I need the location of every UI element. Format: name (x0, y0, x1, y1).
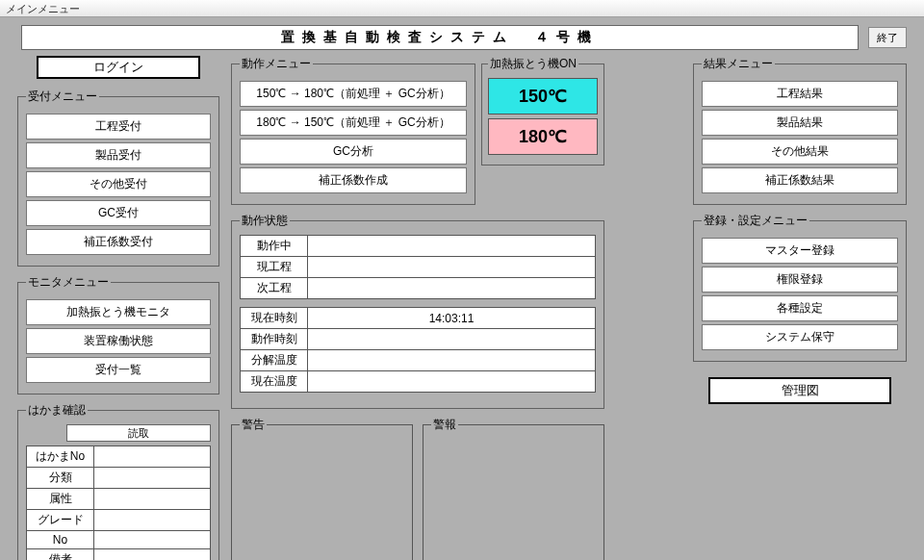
status-row-label: 現在時刻 (241, 308, 308, 329)
results-item-2[interactable]: その他結果 (702, 139, 898, 165)
hakama-legend: はかま確認 (26, 402, 88, 419)
status-row-label: 現工程 (241, 257, 308, 278)
heater-180-button[interactable]: 180℃ (488, 118, 598, 155)
status-row-label: 現在温度 (241, 371, 308, 393)
hakama-row-val (94, 549, 211, 561)
results-item-3[interactable]: 補正係数結果 (702, 167, 898, 193)
operation-legend: 動作メニュー (240, 56, 313, 72)
monitor-item-0[interactable]: 加熱振とう機モニタ (26, 299, 211, 325)
operation-item-1[interactable]: 180℃ → 150℃（前処理 ＋ GC分析） (240, 110, 467, 136)
reception-item-3[interactable]: GC受付 (26, 200, 211, 226)
reception-item-2[interactable]: その他受付 (26, 171, 211, 197)
monitor-item-1[interactable]: 装置稼働状態 (26, 328, 211, 354)
hakama-row-label: はかまNo (27, 446, 94, 468)
status-row-val (308, 350, 596, 371)
status-row-label: 動作時刻 (241, 329, 308, 350)
hakama-row-label: グレード (27, 510, 94, 531)
status-row-label: 分解温度 (241, 350, 308, 371)
warning-panel: 警告 (231, 417, 413, 560)
hakama-table: はかまNo 分類 属性 グレード No 備考 (26, 445, 211, 560)
monitor-legend: モニタメニュー (26, 274, 111, 291)
register-item-2[interactable]: 各種設定 (702, 295, 898, 321)
status-row-label: 次工程 (241, 278, 308, 299)
reception-legend: 受付メニュー (26, 89, 99, 105)
hakama-row-label: 属性 (27, 489, 94, 510)
results-legend: 結果メニュー (702, 56, 775, 72)
results-item-0[interactable]: 工程結果 (702, 81, 898, 107)
reception-menu: 受付メニュー 工程受付 製品受付 その他受付 GC受付 補正係数受付 (17, 89, 219, 267)
window-titlebar: メインメニュー (0, 0, 924, 17)
register-menu: 登録・設定メニュー マスター登録 権限登録 各種設定 システム保守 (693, 213, 907, 362)
hakama-row-val (94, 531, 211, 549)
operation-item-0[interactable]: 150℃ → 180℃（前処理 ＋ GC分析） (240, 81, 467, 107)
hakama-row-val (94, 489, 211, 510)
operation-menu: 動作メニュー 150℃ → 180℃（前処理 ＋ GC分析） 180℃ → 15… (231, 56, 475, 205)
control-chart-button[interactable]: 管理図 (708, 377, 891, 404)
status-row-val (308, 371, 596, 393)
register-item-1[interactable]: 権限登録 (702, 267, 898, 293)
heater-150-button[interactable]: 150℃ (488, 78, 598, 115)
system-title: 置換基自動検査システム ４号機 (21, 25, 859, 50)
warning-legend: 警告 (240, 417, 267, 433)
results-item-1[interactable]: 製品結果 (702, 110, 898, 136)
login-button[interactable]: ログイン (37, 56, 200, 79)
status-table-2: 現在時刻14:03:11 動作時刻 分解温度 現在温度 (240, 307, 596, 393)
hakama-row-val (94, 468, 211, 489)
hakama-read-button[interactable]: 読取 (66, 424, 211, 442)
reception-item-1[interactable]: 製品受付 (26, 142, 211, 168)
register-item-0[interactable]: マスター登録 (702, 238, 898, 264)
status-legend: 動作状態 (240, 213, 290, 229)
reception-item-0[interactable]: 工程受付 (26, 114, 211, 140)
hakama-panel: はかま確認 読取 はかまNo 分類 属性 グレード No 備考 (17, 402, 219, 560)
window-title: メインメニュー (6, 3, 80, 14)
status-table-1: 動作中 現工程 次工程 (240, 235, 596, 299)
workspace: 置換基自動検査システム ４号機 終了 ログイン 受付メニュー 工程受付 製品受付… (0, 17, 924, 560)
status-row-val (308, 236, 596, 257)
exit-button[interactable]: 終了 (868, 27, 907, 48)
results-menu: 結果メニュー 工程結果 製品結果 その他結果 補正係数結果 (693, 56, 907, 205)
alarm-legend: 警報 (431, 417, 458, 433)
hakama-row-label: 分類 (27, 468, 94, 489)
status-panel: 動作状態 動作中 現工程 次工程 現在時刻14:03:11 動作時刻 分解温度 … (231, 213, 604, 409)
heater-legend: 加熱振とう機ON (488, 56, 578, 72)
status-row-val (308, 257, 596, 278)
status-row-val (308, 329, 596, 350)
heater-panel: 加熱振とう機ON 150℃ 180℃ (481, 56, 604, 165)
monitor-item-2[interactable]: 受付一覧 (26, 357, 211, 383)
hakama-row-label: No (27, 531, 94, 549)
hakama-row-label: 備考 (27, 549, 94, 561)
register-item-3[interactable]: システム保守 (702, 324, 898, 350)
monitor-menu: モニタメニュー 加熱振とう機モニタ 装置稼働状態 受付一覧 (17, 274, 219, 395)
register-legend: 登録・設定メニュー (702, 213, 809, 229)
reception-item-4[interactable]: 補正係数受付 (26, 229, 211, 255)
hakama-row-val (94, 446, 211, 468)
status-row-label: 動作中 (241, 236, 308, 257)
alarm-panel: 警報 (423, 417, 604, 560)
current-time-value: 14:03:11 (308, 308, 596, 329)
operation-item-2[interactable]: GC分析 (240, 139, 467, 165)
operation-item-3[interactable]: 補正係数作成 (240, 167, 467, 193)
hakama-row-val (94, 510, 211, 531)
status-row-val (308, 278, 596, 299)
